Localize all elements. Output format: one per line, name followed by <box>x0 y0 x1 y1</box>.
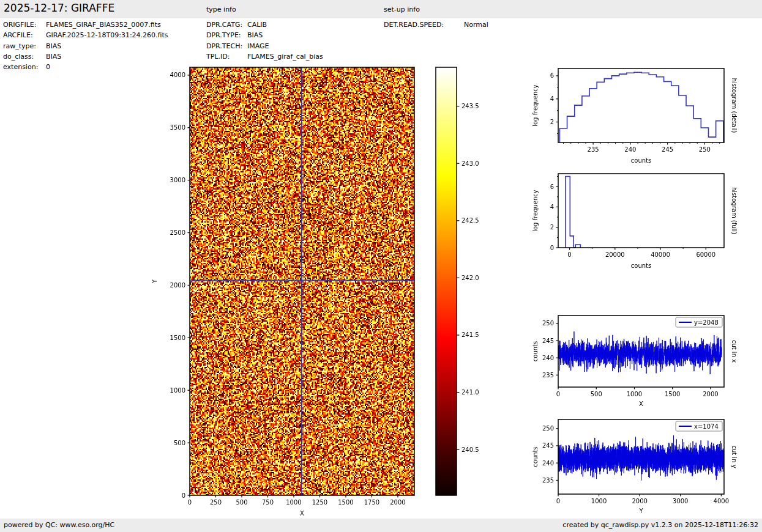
meta-row: do_class:BIAS <box>3 51 168 62</box>
x-axis-label: X <box>300 510 304 517</box>
meta-value: 0 <box>46 63 50 71</box>
x-tick-label: 1000 <box>591 498 607 504</box>
meta-value: Normal <box>464 21 488 29</box>
y-tick-label: 1500 <box>170 334 185 341</box>
plot-frame <box>558 68 724 142</box>
meta-value: GIRAF.2025-12-18T09:31:24.260.fits <box>46 31 168 39</box>
meta-label: DPR.TECH: <box>206 42 247 50</box>
x-axis-label: Y <box>638 508 643 514</box>
meta-row: DET.READ.SPEED:Normal <box>384 20 488 30</box>
y-tick-label: 0 <box>182 492 185 499</box>
y-tick-label: 0 <box>550 245 554 251</box>
cut-in-y-canvas <box>558 419 724 494</box>
x-tick-label: 1250 <box>312 499 327 506</box>
x-tick-label: 250 <box>699 146 711 153</box>
type-info-heading: type info <box>206 6 236 13</box>
qc-report-page: 2025-12-17: GIRAFFE type info set-up inf… <box>0 0 762 532</box>
footer-left-text: powered by QC: www.eso.org/HC <box>4 521 114 529</box>
x-axis-label: X <box>639 401 643 407</box>
meta-row: DPR.TYPE:BIAS <box>206 30 323 40</box>
x-tick-label: 0 <box>188 499 192 506</box>
meta-label: extension: <box>3 63 46 71</box>
y-tick-label: 245 <box>542 442 554 449</box>
footer-right-text: created by qc_rawdisp.py v1.2.3 on 2025-… <box>562 521 758 529</box>
y-tick-label: 2500 <box>170 229 185 236</box>
meta-row: raw_type:BIAS <box>3 41 168 51</box>
colorbar-tick-label: 242.5 <box>461 217 479 224</box>
colorbar-tick-label: 242.0 <box>461 275 479 281</box>
y-tick-label: 2 <box>550 119 554 125</box>
x-tick-label: 240 <box>624 146 636 153</box>
y-tick-label: 2000 <box>170 282 185 289</box>
y-axis-label: counts <box>532 341 539 361</box>
footer-bar: powered by QC: www.eso.org/HC created by… <box>0 519 762 532</box>
x-tick-label: 2000 <box>390 499 405 506</box>
y-tick-label: 3500 <box>170 124 185 131</box>
y-axis-label: counts <box>532 446 539 467</box>
y-tick-label: 4 <box>550 95 554 102</box>
plot-frame <box>558 174 724 248</box>
x-tick-label: 1000 <box>286 499 301 506</box>
right-axis-label: histogram (detail) <box>731 78 738 133</box>
page-title: 2025-12-17: GIRAFFE <box>4 2 114 14</box>
meta-value: FLAMES_giraf_cal_bias <box>247 53 323 61</box>
x-tick-label: 1500 <box>665 391 680 397</box>
meta-value: CALIB <box>247 21 267 29</box>
y-tick-label: 500 <box>174 440 185 446</box>
meta-value: BIAS <box>247 31 263 39</box>
colorbar-gradient <box>436 67 457 495</box>
right-axis-label: cut in x <box>731 340 738 363</box>
x-tick-label: 0 <box>556 391 560 397</box>
meta-row: TPL.ID:FLAMES_giraf_cal_bias <box>206 51 323 62</box>
meta-label: DET.READ.SPEED: <box>384 21 464 29</box>
x-tick-label: 60000 <box>696 251 715 258</box>
y-tick-label: 240 <box>542 355 554 361</box>
y-tick-label: 2 <box>550 224 554 231</box>
x-tick-label: 1750 <box>364 499 379 506</box>
raw-image-canvas <box>190 67 414 495</box>
y-axis-label: log frequency <box>532 84 539 127</box>
colorbar-tick-label: 241.0 <box>461 389 479 396</box>
x-axis-label: counts <box>631 262 651 269</box>
y-tick-label: 245 <box>542 338 554 344</box>
x-tick-label: 250 <box>210 499 222 506</box>
type-info-block: DPR.CATG:CALIBDPR.TYPE:BIASDPR.TECH:IMAG… <box>206 20 323 62</box>
y-axis-label: Y <box>151 279 158 284</box>
histogram-detail-line <box>559 72 723 142</box>
meta-row: DPR.TECH:IMAGE <box>206 41 323 51</box>
title-bar: 2025-12-17: GIRAFFE type info set-up inf… <box>0 0 762 18</box>
meta-row: ORIGFILE:FLAMES_GIRAF_BIAS352_0007.fits <box>3 20 168 30</box>
y-tick-label: 1000 <box>170 387 185 394</box>
meta-row: extension:0 <box>3 62 168 72</box>
setup-info-heading: set-up info <box>384 6 420 13</box>
histogram-full-line <box>566 176 581 248</box>
x-tick-label: 3000 <box>673 498 688 504</box>
y-tick-label: 240 <box>542 460 554 467</box>
x-tick-label: 500 <box>591 391 602 397</box>
setup-info-block: DET.READ.SPEED:Normal <box>384 20 488 30</box>
x-tick-label: 235 <box>588 146 599 153</box>
meta-value: BIAS <box>46 53 61 61</box>
y-tick-label: 250 <box>542 425 554 432</box>
x-tick-label: 750 <box>262 499 274 506</box>
meta-label: ARCFILE: <box>3 31 46 39</box>
x-tick-label: 40000 <box>651 251 670 258</box>
meta-value: BIAS <box>46 42 61 50</box>
colorbar-tick-label: 243.0 <box>461 160 479 167</box>
meta-label: TPL.ID: <box>206 53 247 61</box>
x-tick-label: 2000 <box>703 391 718 397</box>
y-tick-label: 235 <box>542 372 554 379</box>
x-tick-label: 245 <box>662 146 673 153</box>
cut-in-x-canvas <box>558 316 724 387</box>
meta-label: raw_type: <box>3 42 46 50</box>
y-tick-label: 235 <box>542 477 554 484</box>
y-tick-label: 3000 <box>170 177 185 183</box>
meta-label: do_class: <box>3 53 46 61</box>
meta-row: DPR.CATG:CALIB <box>206 20 323 30</box>
x-tick-label: 1000 <box>627 391 642 397</box>
x-axis-label: counts <box>631 157 651 164</box>
y-tick-label: 6 <box>550 183 554 190</box>
meta-value: FLAMES_GIRAF_BIAS352_0007.fits <box>46 21 161 29</box>
colorbar-tick-label: 241.5 <box>461 331 479 338</box>
x-tick-label: 20000 <box>605 251 625 258</box>
